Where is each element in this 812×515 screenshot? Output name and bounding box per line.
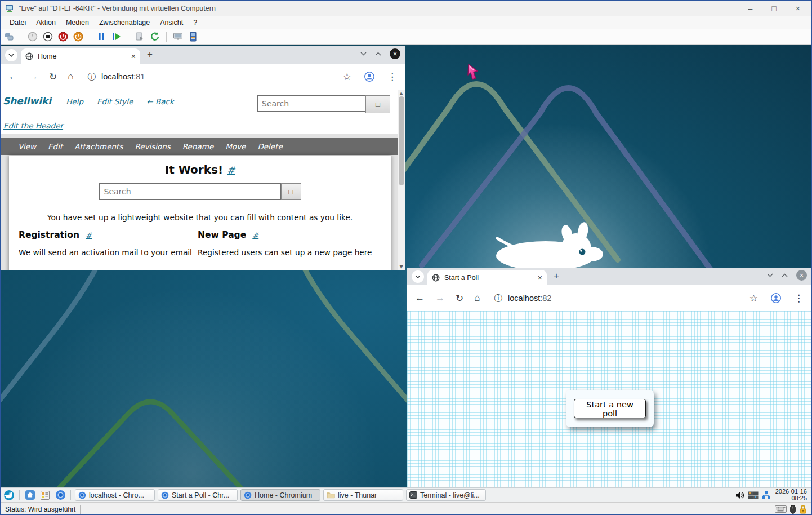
back-icon[interactable]: ← (415, 292, 425, 304)
wiki-edit-style-link[interactable]: Edit Style (97, 97, 133, 106)
browser-menu-icon[interactable]: ⋮ (794, 292, 804, 304)
scrollbar[interactable]: ▲ ▼ (398, 90, 405, 270)
turn-off-vm-icon[interactable] (42, 31, 53, 42)
profile-avatar-icon[interactable] (364, 71, 375, 82)
workspace-pager-icon[interactable] (748, 491, 759, 499)
new-tab-button[interactable]: + (554, 270, 559, 282)
network-icon[interactable] (761, 491, 771, 499)
wiki-nav-view[interactable]: View (18, 142, 36, 151)
menu-aktion[interactable]: Aktion (32, 17, 60, 28)
revert-icon[interactable] (149, 31, 160, 42)
reload-icon[interactable]: ↻ (456, 292, 463, 304)
console-icon[interactable] (172, 31, 184, 42)
task-button-terminal[interactable]: Terminal - live@li... (406, 489, 486, 501)
close-window-button[interactable]: × (390, 48, 400, 59)
resume-vm-icon[interactable] (111, 31, 122, 42)
chevron-down-icon[interactable] (767, 273, 773, 277)
wiki-nav-attachments[interactable]: Attachments (74, 142, 123, 151)
pause-vm-icon[interactable] (96, 31, 107, 42)
back-icon[interactable]: ← (8, 71, 18, 82)
maximize-button[interactable]: □ (771, 1, 776, 16)
close-button[interactable]: × (796, 1, 800, 16)
section-anchor-link[interactable]: # (252, 231, 258, 239)
wiki-nav-rename[interactable]: Rename (182, 142, 213, 151)
content-search-button[interactable]: □ (281, 183, 301, 200)
menu-zwischenablage[interactable]: Zwischenablage (95, 17, 154, 28)
lock-icon (799, 505, 807, 514)
checkpoint-icon[interactable] (134, 31, 145, 42)
profile-avatar-icon[interactable] (770, 292, 782, 304)
start-new-poll-button[interactable]: Start a new poll (574, 399, 646, 418)
chevron-up-icon[interactable] (782, 273, 788, 277)
applications-menu-button[interactable] (3, 489, 15, 501)
vmconnect-window: { "vm": { "title": "\"Live\" auf \"DT-EF… (0, 0, 812, 515)
wiki-nav-edit[interactable]: Edit (48, 142, 63, 151)
menu-medien[interactable]: Medien (61, 17, 93, 28)
menu-datei[interactable]: Datei (5, 17, 30, 28)
vm-titlebar: "Live" auf "DT-EF-64KR" - Verbindung mit… (1, 1, 811, 16)
wiki-back-link[interactable]: ← Back (146, 97, 173, 106)
browser-menu-icon[interactable]: ⋮ (387, 71, 397, 83)
home-icon[interactable]: ⌂ (474, 292, 480, 304)
info-icon[interactable]: ⓘ (88, 72, 96, 82)
task-button-start-a-poll[interactable]: Start a Poll - Chr... (158, 489, 238, 501)
new-tab-button[interactable]: + (147, 49, 153, 60)
start-vm-icon[interactable] (27, 31, 38, 42)
home-icon[interactable]: ⌂ (68, 71, 73, 82)
minimize-button[interactable]: – (748, 1, 753, 16)
mouse-cursor (466, 64, 480, 82)
enhanced-session-icon[interactable] (188, 31, 199, 42)
vm-statusbar: Status: Wird ausgeführt (1, 502, 812, 515)
scroll-down-arrow[interactable]: ▼ (398, 263, 405, 270)
tab-home[interactable]: Home × (21, 48, 140, 64)
save-vm-icon[interactable] (73, 31, 84, 42)
menu-ansicht[interactable]: Ansicht (155, 17, 188, 28)
reload-icon[interactable]: ↻ (49, 71, 57, 83)
info-icon[interactable]: ⓘ (494, 293, 503, 304)
vm-toolbar (1, 29, 811, 45)
edit-header-link[interactable]: Edit the Header (3, 121, 63, 130)
wiki-nav-move[interactable]: Move (225, 142, 246, 151)
tab-search-button[interactable] (5, 49, 17, 61)
wiki-brand-link[interactable]: Shellwiki (3, 95, 51, 106)
clock[interactable]: 2026-01-1608:25 (775, 489, 807, 501)
volume-icon[interactable] (735, 491, 745, 500)
ctrl-alt-del-icon[interactable] (4, 31, 15, 42)
task-button-home-chromium[interactable]: Home - Chromium (240, 489, 320, 501)
url-port: :82 (540, 294, 551, 303)
address-bar[interactable]: ⓘ localhost:82 (494, 293, 552, 304)
tab-close-icon[interactable]: × (538, 273, 542, 282)
section-anchor-link[interactable]: # (86, 231, 92, 239)
content-search-input[interactable] (99, 183, 282, 200)
wiki-search-input[interactable] (257, 95, 366, 112)
chromium-launcher[interactable] (54, 489, 66, 501)
tab-start-a-poll[interactable]: Start a Poll × (427, 270, 547, 285)
forward-icon[interactable]: → (29, 71, 38, 82)
task-button-thunar[interactable]: live - Thunar (323, 489, 403, 501)
section-heading: New Page (198, 230, 246, 240)
bookmark-star-icon[interactable]: ☆ (749, 292, 758, 304)
task-button-localhost[interactable]: localhost - Chro... (75, 489, 155, 501)
chevron-up-icon[interactable] (375, 52, 381, 56)
bookmark-star-icon[interactable]: ☆ (343, 71, 351, 83)
chromium-icon (55, 490, 66, 500)
wiki-nav-delete[interactable]: Delete (257, 142, 282, 151)
file-manager-launcher[interactable] (24, 489, 36, 501)
shut-down-vm-icon[interactable] (57, 31, 69, 42)
scrollbar-thumb[interactable] (399, 96, 404, 185)
status-separator (80, 505, 81, 514)
wiki-nav-revisions[interactable]: Revisions (135, 142, 170, 151)
wiki-search-button[interactable]: □ (365, 95, 390, 113)
title-anchor-link[interactable]: # (227, 165, 235, 176)
scroll-up-arrow[interactable]: ▲ (398, 90, 405, 96)
forward-icon[interactable]: → (435, 292, 445, 304)
address-bar[interactable]: ⓘ localhost:81 (88, 72, 145, 82)
app-window-launcher[interactable] (39, 489, 51, 501)
wiki-help-link[interactable]: Help (66, 97, 83, 106)
vm-window-title: "Live" auf "DT-EF-64KR" - Verbindung mit… (19, 5, 216, 12)
tab-search-button[interactable] (412, 270, 424, 283)
chevron-down-icon[interactable] (360, 52, 367, 56)
tab-close-icon[interactable]: × (131, 52, 136, 61)
close-window-button[interactable]: × (796, 270, 807, 281)
menu-help[interactable]: ? (189, 17, 202, 28)
